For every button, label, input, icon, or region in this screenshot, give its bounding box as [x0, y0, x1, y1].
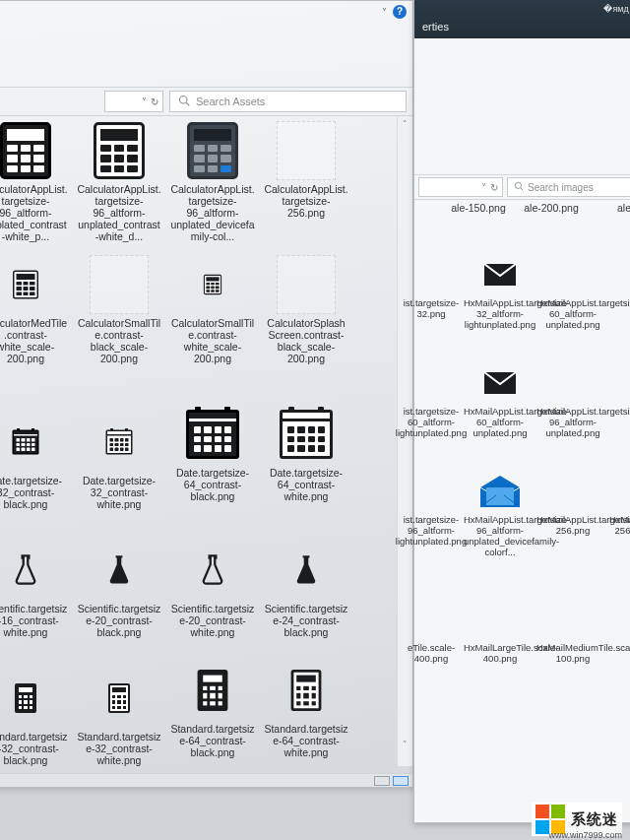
blank-thumb	[553, 600, 593, 639]
blank-thumb	[553, 472, 593, 511]
file-item[interactable]: HxMailAppList.targetsize-96_altform-unpl…	[464, 470, 536, 557]
blank-thumb	[626, 472, 630, 511]
mail-icon	[483, 371, 517, 395]
file-item[interactable]: ist.targetsize-32.png	[395, 253, 468, 319]
svg-line-3	[521, 188, 524, 191]
file-item[interactable]: HxMa	[609, 598, 630, 653]
svg-rect-7	[486, 487, 514, 505]
file-label: ist.targetsize-32.png	[395, 297, 468, 319]
search-box-right[interactable]: Search images	[507, 177, 630, 197]
file-item[interactable]: Scientific.targetsize-20_contrast-black.…	[75, 540, 163, 638]
address-bar-right[interactable]: ˅ ↻	[418, 177, 503, 197]
blank-thumb	[626, 600, 630, 639]
file-item[interactable]: HxMailAppList.targetsize-60_altform-unpl…	[536, 253, 609, 330]
calculator-icon	[15, 683, 36, 713]
file-item[interactable]: Date.targetsize-32_contrast-white.png	[75, 412, 163, 510]
blank-thumb	[553, 363, 593, 403]
search-icon	[178, 95, 190, 108]
file-label: Scientific.targetsize-20_contrast-white.…	[168, 603, 257, 638]
blank-thumb	[626, 363, 630, 403]
file-item[interactable]: HxMa	[609, 361, 630, 417]
file-item[interactable]: Scientific.targetsize-16_contrast-white.…	[0, 540, 70, 638]
file-item[interactable]: CalculatorAppList.targetsize-96_altform-…	[0, 120, 70, 242]
file-item[interactable]: CalculatorAppList.targetsize-256.png	[262, 120, 350, 219]
addr-dropdown-icon[interactable]: ˅	[142, 97, 147, 107]
header-row-right: ale-150.png ale-200.png ale	[414, 202, 630, 220]
file-item[interactable]: HxMailAppList.targetsize-256_altform-lig	[609, 470, 630, 536]
calculator-icon	[0, 122, 51, 179]
refresh-icon[interactable]: ↻	[151, 97, 158, 107]
addr-dropdown-icon[interactable]: ˅	[481, 182, 486, 193]
file-label: Scientific.targetsize-16_contrast-white.…	[0, 603, 70, 638]
file-item[interactable]: Standard.targetsize-32_contrast-white.pn…	[75, 668, 163, 766]
file-label: HxMailMediumTile.scale-100.png	[536, 642, 609, 664]
svg-line-1	[186, 102, 189, 105]
file-item[interactable]: HxMailMediumTile.scale-100.png	[536, 598, 609, 664]
file-item[interactable]: HxMailAppList.targetsize-96_altform-unpl…	[536, 361, 609, 438]
scroll-up-icon[interactable]: ˄	[398, 116, 412, 132]
file-item[interactable]: Date.targetsize-64_contrast-white.png	[262, 404, 350, 502]
blank-thumb	[411, 472, 451, 511]
help-icon[interactable]: ?	[393, 5, 407, 19]
watermark-url: www.win7999.com	[548, 830, 622, 840]
file-label: CalculatorAppList.targetsize-96_altform-…	[75, 183, 163, 242]
file-label: Date.targetsize-32_contrast-white.png	[75, 475, 163, 510]
search-box-left[interactable]: Search Assets	[169, 91, 407, 112]
file-item[interactable]: HxMa	[609, 253, 630, 308]
blank-thumb	[553, 255, 593, 294]
file-item[interactable]: Standard.targetsize-32_contrast-black.pn…	[0, 668, 70, 766]
file-item[interactable]: eTile.scale-400.png	[395, 598, 468, 664]
file-label: HxMailAppList.targetsize-60_altform-unpl…	[536, 297, 609, 330]
file-item[interactable]: Date.targetsize-64_contrast-black.png	[168, 404, 257, 502]
file-item[interactable]: Standard.targetsize-64_contrast-white.pn…	[262, 660, 350, 758]
file-label: ist.targetsize-60_altform-lightunplated.…	[395, 406, 468, 438]
calculator-icon	[108, 683, 130, 713]
refresh-icon[interactable]: ↻	[490, 182, 498, 193]
flask-icon	[105, 553, 133, 587]
view-details-button[interactable]	[374, 776, 390, 786]
file-item[interactable]: CalculatorMedTile.contrast-white_scale-2…	[0, 254, 70, 364]
chevron-down-icon[interactable]: ˅	[382, 7, 387, 18]
file-item[interactable]: Scientific.targetsize-24_contrast-black.…	[262, 540, 350, 638]
file-item[interactable]: Standard.targetsize-64_contrast-black.pn…	[168, 660, 257, 758]
scroll-down-icon[interactable]: ˅	[398, 737, 412, 752]
header-cell[interactable]: ale-150.png	[442, 202, 515, 220]
file-item[interactable]: ist.targetsize-96_altform-lightunplated.…	[395, 470, 468, 547]
file-label: CalculatorSmallTile.contrast-white_scale…	[168, 317, 257, 364]
svg-point-2	[515, 182, 521, 188]
file-item[interactable]: Scientific.targetsize-20_contrast-white.…	[168, 540, 257, 638]
file-label: HxMailAppList.targetsize-96_altform-unpl…	[464, 514, 536, 557]
flask-icon	[292, 553, 320, 587]
file-item[interactable]: CalculatorAppList.targetsize-96_altform-…	[168, 120, 257, 242]
file-item[interactable]: CalculatorSmallTile.contrast-black_scale…	[75, 254, 163, 364]
calculator-icon	[198, 670, 228, 711]
file-item[interactable]: CalculatorAppList.targetsize-96_altform-…	[75, 120, 163, 242]
file-item[interactable]: CalculatorSplashScreen.contrast-black_sc…	[262, 254, 350, 364]
file-label: HxMailAppList.targetsize-256.png	[536, 514, 609, 536]
file-item[interactable]: ist.targetsize-60_altform-lightunplated.…	[395, 361, 468, 438]
file-label: CalculatorSplashScreen.contrast-black_sc…	[262, 317, 350, 364]
status-bar-left	[0, 773, 412, 787]
calendar-icon	[106, 430, 133, 455]
blank-thumb	[411, 600, 451, 639]
header-cell[interactable]: ale-200.png	[515, 202, 588, 220]
file-label: HxMailLargeTile.scale-400.png	[464, 642, 536, 664]
view-icons-button[interactable]	[393, 776, 409, 786]
blank-thumb	[90, 255, 149, 314]
search-placeholder: Search images	[528, 182, 594, 193]
scrollbar-vertical[interactable]: ˄ ˅	[397, 116, 412, 766]
file-item[interactable]: CalculatorSmallTile.contrast-white_scale…	[168, 254, 257, 364]
address-bar-left[interactable]: ˅ ↻	[104, 91, 163, 112]
file-item[interactable]: HxMailAppList.targetsize-256.png	[536, 470, 609, 536]
file-item[interactable]: HxMailAppList.targetsize-60_altform-unpl…	[464, 361, 536, 438]
file-label: Scientific.targetsize-20_contrast-black.…	[75, 603, 163, 638]
blank-thumb	[480, 600, 520, 639]
live-share-button[interactable]: �ямд Live S	[603, 3, 630, 14]
header-cell[interactable]: ale	[588, 202, 630, 220]
ribbon-tab[interactable]: erties	[422, 21, 449, 32]
file-label: HxMailAppList.targetsize-96_altform-unpl…	[536, 406, 609, 438]
file-item[interactable]: Date.targetsize-32_contrast-black.png	[0, 412, 70, 510]
file-label: CalculatorMedTile.contrast-white_scale-2…	[0, 317, 70, 364]
file-item[interactable]: HxMailAppList.targetsize-32_altform-ligh…	[464, 253, 536, 330]
file-item[interactable]: HxMailLargeTile.scale-400.png	[464, 598, 536, 664]
